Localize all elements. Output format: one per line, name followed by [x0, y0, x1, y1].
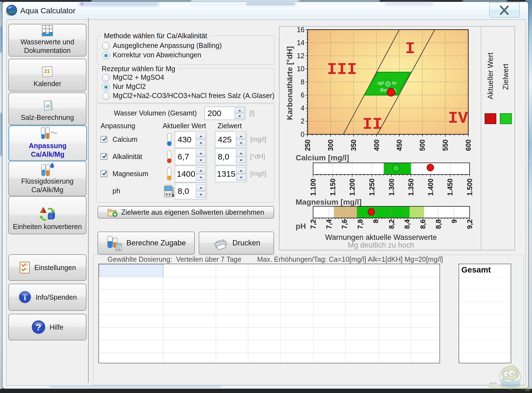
svg-text:7,8: 7,8: [356, 219, 364, 229]
svg-text:14: 14: [297, 39, 305, 47]
svg-text:II: II: [362, 115, 382, 134]
svg-text:Aktueller Wert: Aktueller Wert: [486, 52, 495, 99]
svg-text:1.500: 1.500: [466, 178, 474, 196]
svg-text:8,8: 8,8: [434, 219, 442, 229]
svg-text:8: 8: [301, 78, 305, 86]
svg-text:8,6: 8,6: [419, 219, 427, 229]
svg-text:10: 10: [297, 65, 305, 73]
svg-text:550: 550: [441, 139, 449, 151]
svg-text:I: I: [405, 39, 415, 58]
svg-text:1.250: 1.250: [368, 178, 376, 196]
svg-text:i: i: [24, 293, 26, 302]
svg-text:7,6: 7,6: [341, 219, 348, 229]
svg-text:7,2: 7,2: [309, 219, 317, 229]
svg-text:8,2: 8,2: [388, 219, 395, 229]
svg-text:1.150: 1.150: [329, 178, 337, 196]
svg-text:Zielwert: Zielwert: [502, 63, 510, 90]
svg-text:9,2: 9,2: [466, 219, 474, 229]
svg-text:IV: IV: [448, 109, 468, 128]
svg-text:III: III: [327, 60, 357, 79]
svg-text:8: 8: [372, 219, 380, 223]
svg-text:6: 6: [301, 91, 305, 99]
svg-text:1.450: 1.450: [446, 178, 454, 196]
svg-text:300: 300: [327, 139, 334, 151]
svg-text:Warnungen aktuelle Wasserwerte: Warnungen aktuelle Wasserwerte: [325, 233, 437, 242]
svg-text:1.200: 1.200: [348, 178, 356, 196]
svg-text:Calcium [mg/l]: Calcium [mg/l]: [296, 153, 349, 162]
svg-text:2: 2: [301, 117, 305, 125]
svg-text:4: 4: [301, 104, 305, 112]
svg-text:?: ?: [36, 322, 42, 332]
svg-text:21: 21: [44, 68, 50, 74]
svg-text:600: 600: [464, 139, 472, 151]
svg-text:1.400: 1.400: [427, 178, 434, 196]
svg-text:9: 9: [450, 219, 458, 223]
svg-text:450: 450: [395, 139, 403, 151]
svg-text:www.: www.: [489, 382, 498, 385]
svg-text:400: 400: [373, 139, 380, 151]
svg-text:350: 350: [350, 139, 357, 151]
svg-text:1.300: 1.300: [388, 178, 395, 196]
svg-text:0: 0: [301, 130, 305, 138]
svg-text:8,4: 8,4: [403, 219, 411, 229]
svg-text:Mg deutlich zu hoch: Mg deutlich zu hoch: [348, 241, 414, 249]
svg-text:7,4: 7,4: [325, 219, 333, 229]
svg-text:.de: .de: [524, 387, 530, 392]
svg-text:16: 16: [297, 26, 305, 34]
svg-text:250: 250: [304, 139, 311, 151]
svg-text:pH: pH: [296, 222, 306, 230]
svg-text:Karbonathärte [°dH]: Karbonathärte [°dH]: [285, 46, 294, 120]
svg-text:Magnesium [mg/l]: Magnesium [mg/l]: [296, 198, 362, 206]
svg-text:500: 500: [418, 139, 426, 151]
svg-text:1.350: 1.350: [407, 178, 415, 196]
svg-text:1.100: 1.100: [309, 178, 317, 196]
svg-text:12: 12: [297, 52, 305, 60]
